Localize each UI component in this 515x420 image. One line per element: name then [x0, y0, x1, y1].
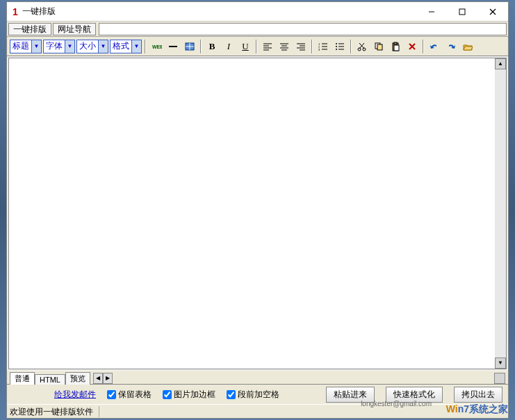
minimize-button[interactable] [416, 2, 447, 22]
open-button[interactable] [460, 40, 475, 53]
separator [423, 40, 424, 53]
scroll-up-button[interactable]: ▲ [495, 58, 506, 69]
tab-html[interactable]: HTML [35, 374, 65, 385]
tab-preview[interactable]: 预览 [65, 372, 90, 385]
redo-button[interactable] [443, 40, 459, 53]
para-space-checkbox[interactable]: 段前加空格 [227, 389, 279, 401]
separator [145, 40, 146, 53]
tab-next-button[interactable]: ▶ [103, 373, 113, 384]
titlebar: 1 一键排版 [7, 2, 508, 22]
editor-area[interactable]: ▲ ▼ [8, 58, 507, 369]
delete-button[interactable] [404, 40, 420, 53]
app-title: 一键排版 [22, 6, 416, 17]
scroll-corner [494, 373, 505, 384]
image-border-checkbox[interactable]: 图片加边框 [163, 389, 215, 401]
size-dropdown[interactable]: 大小▼ [76, 40, 108, 53]
table-icon[interactable] [182, 40, 197, 53]
keep-table-checkbox[interactable]: 保留表格 [107, 389, 152, 401]
format-toolbar: 标题▼ 字体▼ 大小▼ 格式▼ WEB B I U 123 [7, 37, 508, 56]
svg-text:WEB: WEB [152, 44, 162, 49]
chevron-down-icon: ▼ [131, 40, 141, 53]
status-text: 欢迎使用一键排版软件 [10, 406, 99, 417]
view-tabs: 普通 HTML 预览 ◀ ▶ [7, 371, 508, 385]
hr-icon[interactable] [165, 40, 181, 53]
action-bar: 给我发邮件 保留表格 图片加边框 段前加空格 粘贴进来 快速格式化 拷贝出去 [7, 385, 508, 404]
font-dropdown[interactable]: 字体▼ [43, 40, 75, 53]
statusbar: 欢迎使用一键排版软件 [7, 404, 508, 418]
svg-point-28 [336, 46, 337, 47]
separator [256, 40, 257, 53]
svg-point-27 [336, 43, 337, 44]
ordered-list-button[interactable]: 123 [316, 40, 331, 53]
svg-rect-1 [459, 9, 465, 15]
undo-button[interactable] [427, 40, 442, 53]
tab-nav: ◀ ▶ [93, 373, 113, 384]
tab-navigation[interactable]: 网址导航 [53, 23, 96, 35]
align-right-button[interactable] [293, 40, 309, 53]
chevron-down-icon: ▼ [31, 40, 41, 53]
bold-button[interactable]: B [204, 40, 220, 53]
svg-rect-41 [394, 45, 399, 51]
app-window: 1 一键排版 一键排版 网址导航 标题▼ 字体▼ 大小▼ 格式▼ WEB B I… [6, 1, 509, 419]
watermark-email: longkester@gmail.com [361, 400, 432, 408]
svg-rect-38 [377, 44, 382, 50]
align-left-button[interactable] [260, 40, 275, 53]
separator [311, 40, 313, 53]
scroll-down-button[interactable]: ▼ [495, 358, 506, 369]
unordered-list-button[interactable] [332, 40, 348, 53]
svg-rect-40 [394, 42, 397, 44]
web-icon[interactable]: WEB [149, 40, 164, 53]
chevron-down-icon: ▼ [98, 40, 108, 53]
close-button[interactable] [477, 2, 508, 22]
window-controls [416, 2, 508, 22]
chevron-down-icon: ▼ [65, 40, 74, 53]
copy-button[interactable] [371, 40, 386, 53]
heading-dropdown[interactable]: 标题▼ [10, 40, 42, 53]
vertical-scrollbar[interactable]: ▲ ▼ [495, 58, 506, 369]
app-number: 1 [7, 6, 22, 17]
svg-point-29 [336, 49, 337, 50]
separator [350, 40, 352, 53]
separator [200, 40, 202, 53]
paste-button[interactable] [388, 40, 403, 53]
copy-out-button[interactable]: 拷贝出去 [454, 387, 502, 403]
svg-text:3: 3 [318, 48, 320, 51]
tab-format[interactable]: 一键排版 [8, 23, 51, 35]
style-dropdown[interactable]: 格式▼ [110, 40, 142, 53]
email-link[interactable]: 给我发邮件 [54, 389, 96, 401]
maximize-button[interactable] [447, 2, 477, 22]
align-center-button[interactable] [277, 40, 292, 53]
tab-prev-button[interactable]: ◀ [93, 373, 103, 384]
tab-normal[interactable]: 普通 [10, 372, 35, 385]
top-toolbar: 一键排版 网址导航 [7, 22, 508, 37]
italic-button[interactable]: I [221, 40, 236, 53]
url-input[interactable] [99, 23, 507, 35]
underline-button[interactable]: U [238, 40, 253, 53]
cut-button[interactable] [354, 40, 370, 53]
